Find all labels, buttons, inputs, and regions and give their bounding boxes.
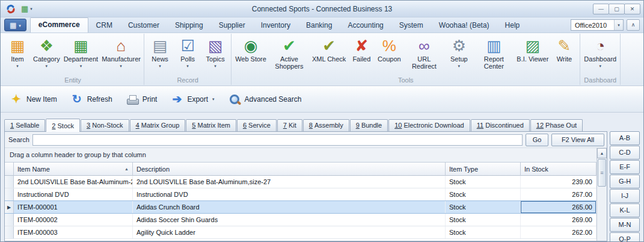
- cell-in-stock: 262.00: [521, 226, 596, 238]
- ribbon-button-manufacturer[interactable]: ⌂Manufacturer▾: [100, 35, 142, 70]
- alpha-button-o-p[interactable]: O-P: [610, 232, 640, 242]
- ribbon-tab-system[interactable]: System: [391, 18, 431, 33]
- vertical-scrollbar[interactable]: ▲ ≡: [596, 148, 607, 241]
- ribbon-tab-inventory[interactable]: Inventory: [253, 18, 298, 33]
- view-tab-6-service[interactable]: 6 Service: [237, 119, 277, 131]
- ribbon-button-web-store[interactable]: ◉Web Store: [233, 35, 268, 64]
- ribbon-button-topics[interactable]: ▧Topics▾: [201, 35, 229, 70]
- web-store-icon: ◉: [244, 36, 258, 55]
- column-header-description[interactable]: Description: [133, 163, 446, 176]
- view-tab-10-electronic-download[interactable]: 10 Electronic Download: [388, 119, 470, 131]
- ribbon-tab-ecommerce[interactable]: eCommerce: [30, 17, 88, 33]
- alpha-button-i-j[interactable]: I-J: [610, 189, 640, 203]
- alpha-button-a-b[interactable]: A-B: [610, 131, 640, 145]
- cell-description: Instructional DVD: [133, 188, 446, 200]
- scrollbar-thumb[interactable]: ≡: [598, 159, 606, 187]
- grid-icon: ▦: [21, 5, 28, 13]
- scroll-up-button[interactable]: ▲: [597, 148, 607, 158]
- window-controls: — ▢ ✕: [593, 4, 640, 14]
- ribbon-tab-accounting[interactable]: Accounting: [340, 18, 391, 33]
- ribbon-tab-help[interactable]: Help: [497, 18, 528, 33]
- column-header-in-stock[interactable]: In Stock: [521, 163, 596, 176]
- maximize-button[interactable]: ▢: [609, 4, 625, 14]
- ribbon-tab-shipping[interactable]: Shipping: [167, 18, 211, 33]
- chevron-down-icon[interactable]: ▾: [614, 20, 623, 30]
- view-tab-7-kit[interactable]: 7 Kit: [277, 119, 302, 131]
- ribbon-button-b-i-viewer[interactable]: ▨B.I. Viewer: [515, 35, 550, 64]
- ribbon-button-write[interactable]: ✎Write: [550, 35, 578, 64]
- button-label: Write: [557, 55, 572, 63]
- close-button[interactable]: ✕: [624, 4, 640, 14]
- ribbon-button-category[interactable]: ❖Category▾: [31, 35, 62, 70]
- xml-check-icon: ✔: [322, 36, 336, 55]
- ribbon-button-news[interactable]: ▤News▾: [146, 35, 174, 70]
- cell-in-stock: 267.00: [521, 188, 596, 200]
- cell-in-stock: 269.00: [521, 214, 596, 226]
- toolbar-button-export[interactable]: ➔Export▾: [165, 89, 220, 109]
- manufacturer-icon: ⌂: [116, 36, 126, 55]
- collapse-ribbon-button[interactable]: ∧: [627, 19, 640, 31]
- ribbon-button-coupon[interactable]: %Coupon: [375, 35, 403, 64]
- application-menu-button[interactable]: ▦ ▾: [4, 19, 26, 31]
- ribbon-button-dashboard[interactable]: ◔Dashboard▾: [582, 35, 618, 70]
- ribbon-button-failed[interactable]: ✘Failed: [348, 35, 375, 64]
- alpha-button-e-f[interactable]: E-F: [610, 160, 640, 174]
- ribbon-button-url-redirect[interactable]: ∞URL Redirect: [403, 35, 445, 71]
- minimize-button[interactable]: —: [593, 4, 609, 14]
- ribbon-tab-woohaa-beta[interactable]: Woohaa! (Beta): [431, 18, 497, 33]
- ribbon-button-active-shoppers[interactable]: ✔Active Shoppers: [268, 35, 310, 71]
- view-tab-8-assembly[interactable]: 8 Assembly: [303, 119, 349, 131]
- view-tab-11-discontinued[interactable]: 11 Discontinued: [471, 119, 530, 131]
- table-row[interactable]: ITEM-000002Adidas Soccer Shin GuardsStoc…: [5, 214, 596, 226]
- table-row[interactable]: ▶ITEM-000001Adidas Crunch BoardStock265.…: [5, 200, 596, 214]
- toolbar-button-advanced-search[interactable]: ⌕Advanced Search: [222, 90, 308, 109]
- ribbon-button-report-center[interactable]: ▥Report Center: [473, 35, 515, 71]
- ribbon-button-setup[interactable]: ⚙Setup▾: [445, 35, 473, 70]
- view-tab-9-bundle[interactable]: 9 Bundle: [350, 119, 388, 131]
- ribbon-button-item[interactable]: ▦Item▾: [4, 35, 31, 70]
- group-by-panel[interactable]: Drag a column header to group by that co…: [5, 148, 596, 163]
- ribbon-tab-customer[interactable]: Customer: [120, 18, 167, 33]
- view-tab-3-non-stock[interactable]: 3 Non-Stock: [81, 119, 129, 131]
- category-icon: ❖: [40, 36, 54, 55]
- button-label: Active Shoppers: [270, 55, 308, 70]
- grid-wrap: Drag a column header to group by that co…: [5, 148, 607, 241]
- toolbar-button-new-item[interactable]: ✦New Item: [4, 89, 63, 109]
- write-icon: ✎: [557, 36, 571, 55]
- news-icon: ▤: [153, 36, 168, 55]
- ribbon-tab-supplier[interactable]: Supplier: [211, 18, 253, 33]
- view-tab-12-phase-out[interactable]: 12 Phase Out: [530, 119, 583, 131]
- quick-access-toolbar-button[interactable]: ▦ ▾: [18, 4, 35, 14]
- go-button[interactable]: Go: [526, 134, 548, 146]
- column-header-item-type[interactable]: Item Type: [446, 163, 521, 176]
- alpha-button-m-n[interactable]: M-N: [610, 218, 640, 232]
- panel-row: Search Go F2 View All Drag a column head…: [4, 131, 640, 241]
- ribbon-group-label: Record: [145, 76, 230, 85]
- column-header-item-name[interactable]: Item Name▲: [14, 163, 133, 176]
- table-row[interactable]: ITEM-000003Agility Quick LadderStock262.…: [5, 226, 596, 239]
- tab-accelerator: 10: [394, 122, 402, 129]
- ribbon-button-department[interactable]: ▦Department▾: [62, 35, 100, 70]
- search-input[interactable]: [32, 134, 523, 146]
- theme-selector[interactable]: Office2010 ▾: [571, 19, 624, 31]
- toolbar-button-refresh[interactable]: ↻Refresh: [65, 89, 118, 109]
- button-label: Department: [64, 55, 98, 63]
- view-tab-1-sellable[interactable]: 1 Sellable: [4, 119, 45, 131]
- table-row[interactable]: 2nd LOUISVILLE Base Bat-Aluminum-272nd L…: [5, 176, 596, 188]
- ribbon-tab-crm[interactable]: CRM: [88, 18, 120, 33]
- alpha-button-g-h[interactable]: G-H: [610, 175, 640, 188]
- ribbon-button-polls[interactable]: ☑Polls▾: [174, 35, 201, 70]
- table-row[interactable]: Instructional DVDInstructional DVDStock2…: [5, 188, 596, 201]
- department-icon: ▦: [73, 36, 88, 55]
- alpha-button-k-l[interactable]: K-L: [610, 203, 640, 217]
- toolbar-button-print[interactable]: ⎙Print: [120, 90, 164, 109]
- ribbon-button-xml-check[interactable]: ✔XML Check: [310, 35, 348, 64]
- alpha-button-c-d[interactable]: C-D: [610, 146, 640, 160]
- view-tab-2-stock[interactable]: 2 Stock: [46, 119, 80, 132]
- button-label: URL Redirect: [405, 55, 443, 70]
- ribbon-tab-banking[interactable]: Banking: [298, 18, 340, 33]
- view-tab-5-matrix-item[interactable]: 5 Matrix Item: [186, 119, 236, 131]
- view-all-button[interactable]: F2 View All: [551, 134, 604, 146]
- view-tab-4-matrix-group[interactable]: 4 Matrix Group: [130, 119, 186, 131]
- topics-icon: ▧: [208, 36, 223, 55]
